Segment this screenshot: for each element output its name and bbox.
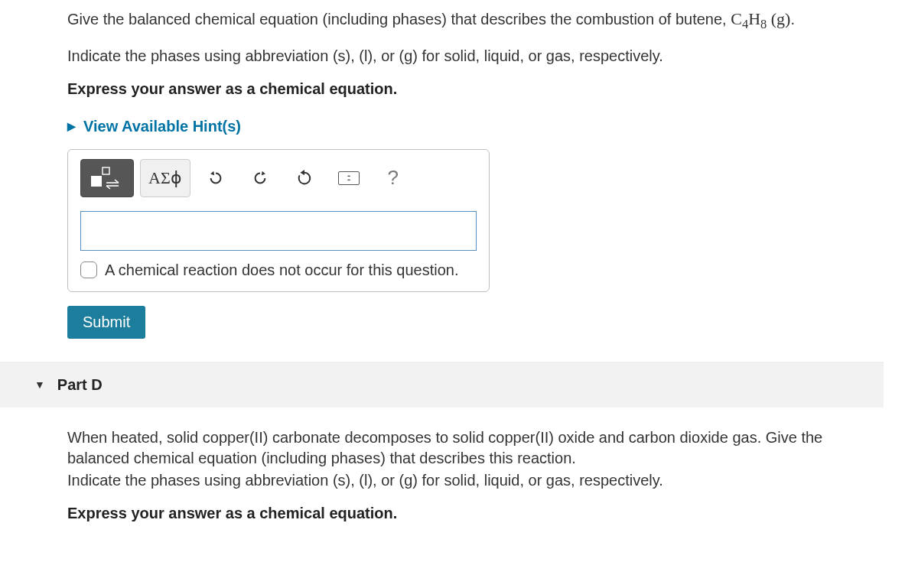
reset-icon: [296, 170, 313, 187]
greek-label: ΑΣϕ: [148, 168, 182, 188]
butene-formula: C4H8 (g): [731, 9, 790, 28]
no-reaction-row: A chemical reaction does not occur for t…: [80, 262, 477, 279]
chemical-equation-input[interactable]: [80, 211, 477, 251]
help-button[interactable]: ?: [374, 159, 412, 197]
q1-prefix: Give the balanced chemical equation (inc…: [67, 11, 731, 28]
question-block: Give the balanced chemical equation (inc…: [0, 8, 918, 339]
part-d-body: When heated, solid copper(II) carbonate …: [0, 408, 918, 524]
no-reaction-checkbox[interactable]: [80, 262, 97, 278]
view-hints-toggle[interactable]: ▶ View Available Hint(s): [67, 118, 241, 135]
editor-toolbar: ΑΣϕ ▪▪▪▪▪▪▪▪ ?: [80, 159, 477, 197]
partd-line-2: Indicate the phases using abbreviation (…: [67, 470, 872, 491]
svg-rect-0: [91, 176, 102, 187]
redo-icon: [252, 170, 269, 187]
question-line-2: Indicate the phases using abbreviation (…: [67, 46, 872, 67]
chevron-down-icon: ▼: [34, 378, 45, 391]
undo-icon: [207, 170, 224, 187]
equation-template-icon: [90, 165, 125, 191]
equation-editor: ΑΣϕ ▪▪▪▪▪▪▪▪ ?: [67, 149, 490, 292]
keyboard-button[interactable]: ▪▪▪▪▪▪▪▪: [330, 159, 368, 197]
svg-rect-1: [103, 167, 109, 174]
partd-line-1: When heated, solid copper(II) carbonate …: [67, 427, 872, 469]
no-reaction-label: A chemical reaction does not occur for t…: [105, 262, 458, 279]
redo-button[interactable]: [241, 159, 279, 197]
undo-button[interactable]: [197, 159, 235, 197]
partd-line-3: Express your answer as a chemical equati…: [67, 503, 872, 524]
part-d-title: Part D: [57, 376, 103, 394]
keyboard-icon: ▪▪▪▪▪▪▪▪: [338, 171, 360, 185]
hints-label: View Available Hint(s): [83, 118, 241, 135]
question-line-3: Express your answer as a chemical equati…: [67, 79, 872, 99]
greek-symbols-button[interactable]: ΑΣϕ: [140, 159, 190, 197]
reset-button[interactable]: [285, 159, 324, 197]
chevron-right-icon: ▶: [67, 120, 76, 132]
submit-button[interactable]: Submit: [67, 306, 145, 339]
question-line-1: Give the balanced chemical equation (inc…: [67, 8, 872, 34]
part-d-toggle[interactable]: ▼ Part D: [0, 362, 884, 408]
chem-template-button[interactable]: [80, 159, 134, 197]
help-label: ?: [387, 166, 398, 190]
